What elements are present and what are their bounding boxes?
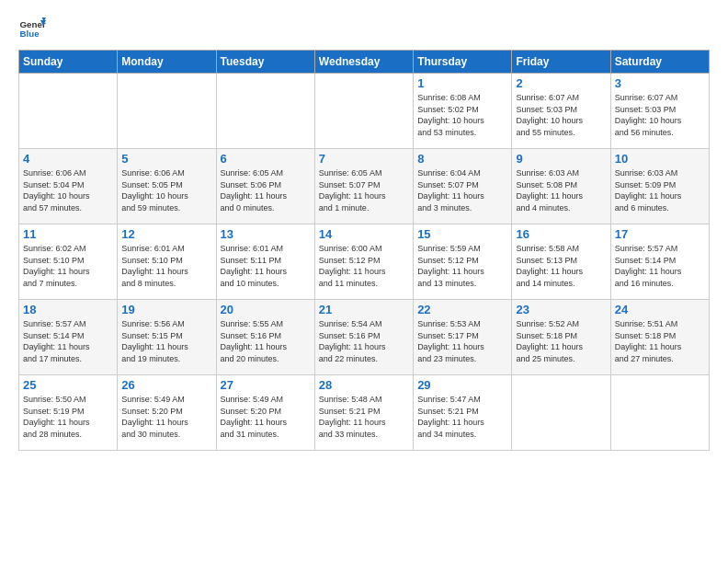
day-info: Sunrise: 6:08 AM Sunset: 5:02 PM Dayligh… bbox=[417, 92, 507, 138]
day-info: Sunrise: 6:00 AM Sunset: 5:12 PM Dayligh… bbox=[319, 243, 409, 289]
day-info: Sunrise: 5:53 AM Sunset: 5:17 PM Dayligh… bbox=[417, 318, 507, 364]
calendar-cell: 21Sunrise: 5:54 AM Sunset: 5:16 PM Dayli… bbox=[314, 300, 413, 375]
calendar-cell: 24Sunrise: 5:51 AM Sunset: 5:18 PM Dayli… bbox=[610, 300, 709, 375]
day-number: 28 bbox=[319, 378, 409, 392]
weekday-header: Sunday bbox=[19, 51, 118, 74]
calendar-cell bbox=[512, 375, 610, 451]
calendar-cell: 20Sunrise: 5:55 AM Sunset: 5:16 PM Dayli… bbox=[216, 300, 314, 375]
calendar-cell: 25Sunrise: 5:50 AM Sunset: 5:19 PM Dayli… bbox=[19, 375, 118, 451]
day-number: 9 bbox=[516, 152, 606, 166]
day-info: Sunrise: 5:49 AM Sunset: 5:20 PM Dayligh… bbox=[221, 394, 311, 440]
day-info: Sunrise: 5:57 AM Sunset: 5:14 PM Dayligh… bbox=[615, 243, 705, 289]
day-number: 8 bbox=[417, 152, 507, 166]
calendar-cell: 15Sunrise: 5:59 AM Sunset: 5:12 PM Dayli… bbox=[414, 224, 512, 300]
day-number: 25 bbox=[23, 378, 113, 392]
day-info: Sunrise: 5:55 AM Sunset: 5:16 PM Dayligh… bbox=[221, 318, 311, 364]
day-number: 12 bbox=[121, 227, 211, 241]
calendar-cell: 3Sunrise: 6:07 AM Sunset: 5:03 PM Daylig… bbox=[610, 74, 709, 149]
calendar-cell: 13Sunrise: 6:01 AM Sunset: 5:11 PM Dayli… bbox=[216, 224, 314, 300]
weekday-header: Tuesday bbox=[216, 51, 314, 74]
calendar-cell: 11Sunrise: 6:02 AM Sunset: 5:10 PM Dayli… bbox=[19, 224, 118, 300]
weekday-header: Saturday bbox=[610, 51, 709, 74]
calendar-cell: 5Sunrise: 6:06 AM Sunset: 5:05 PM Daylig… bbox=[118, 149, 216, 224]
day-info: Sunrise: 6:07 AM Sunset: 5:03 PM Dayligh… bbox=[516, 92, 606, 138]
calendar-cell: 27Sunrise: 5:49 AM Sunset: 5:20 PM Dayli… bbox=[216, 375, 314, 451]
calendar-cell: 26Sunrise: 5:49 AM Sunset: 5:20 PM Dayli… bbox=[118, 375, 216, 451]
calendar-header-row: SundayMondayTuesdayWednesdayThursdayFrid… bbox=[19, 51, 710, 74]
day-number: 13 bbox=[221, 227, 311, 241]
day-info: Sunrise: 5:51 AM Sunset: 5:18 PM Dayligh… bbox=[615, 318, 705, 364]
day-number: 3 bbox=[615, 76, 705, 90]
calendar-cell: 10Sunrise: 6:03 AM Sunset: 5:09 PM Dayli… bbox=[610, 149, 709, 224]
day-info: Sunrise: 6:06 AM Sunset: 5:05 PM Dayligh… bbox=[121, 167, 211, 213]
day-info: Sunrise: 6:06 AM Sunset: 5:04 PM Dayligh… bbox=[23, 167, 113, 213]
svg-text:Blue: Blue bbox=[20, 29, 40, 39]
calendar-cell bbox=[314, 74, 413, 149]
day-info: Sunrise: 5:48 AM Sunset: 5:21 PM Dayligh… bbox=[319, 394, 409, 440]
day-number: 4 bbox=[23, 152, 113, 166]
day-number: 24 bbox=[615, 303, 705, 316]
logo-icon: General Blue bbox=[18, 15, 46, 42]
day-number: 6 bbox=[221, 152, 311, 166]
day-number: 22 bbox=[417, 303, 507, 316]
calendar-table: SundayMondayTuesdayWednesdayThursdayFrid… bbox=[18, 50, 710, 451]
weekday-header: Thursday bbox=[414, 51, 512, 74]
day-info: Sunrise: 5:54 AM Sunset: 5:16 PM Dayligh… bbox=[319, 318, 409, 364]
calendar-cell: 17Sunrise: 5:57 AM Sunset: 5:14 PM Dayli… bbox=[610, 224, 709, 300]
calendar-cell: 12Sunrise: 6:01 AM Sunset: 5:10 PM Dayli… bbox=[118, 224, 216, 300]
day-info: Sunrise: 6:05 AM Sunset: 5:07 PM Dayligh… bbox=[319, 167, 409, 213]
day-number: 23 bbox=[516, 303, 606, 316]
calendar-cell bbox=[118, 74, 216, 149]
calendar-cell: 29Sunrise: 5:47 AM Sunset: 5:21 PM Dayli… bbox=[414, 375, 512, 451]
day-number: 5 bbox=[121, 152, 211, 166]
day-info: Sunrise: 5:47 AM Sunset: 5:21 PM Dayligh… bbox=[417, 394, 507, 440]
calendar-cell: 7Sunrise: 6:05 AM Sunset: 5:07 PM Daylig… bbox=[314, 149, 413, 224]
calendar-cell: 8Sunrise: 6:04 AM Sunset: 5:07 PM Daylig… bbox=[414, 149, 512, 224]
day-info: Sunrise: 6:07 AM Sunset: 5:03 PM Dayligh… bbox=[615, 92, 705, 138]
logo: General Blue bbox=[18, 15, 50, 42]
calendar-cell: 4Sunrise: 6:06 AM Sunset: 5:04 PM Daylig… bbox=[19, 149, 118, 224]
calendar-week-row: 4Sunrise: 6:06 AM Sunset: 5:04 PM Daylig… bbox=[19, 149, 710, 224]
day-number: 18 bbox=[23, 303, 113, 316]
day-number: 1 bbox=[417, 76, 507, 90]
calendar-week-row: 25Sunrise: 5:50 AM Sunset: 5:19 PM Dayli… bbox=[19, 375, 710, 451]
calendar-cell: 6Sunrise: 6:05 AM Sunset: 5:06 PM Daylig… bbox=[216, 149, 314, 224]
day-info: Sunrise: 6:02 AM Sunset: 5:10 PM Dayligh… bbox=[23, 243, 113, 289]
calendar-cell bbox=[216, 74, 314, 149]
day-number: 17 bbox=[615, 227, 705, 241]
day-number: 2 bbox=[516, 76, 606, 90]
day-info: Sunrise: 5:49 AM Sunset: 5:20 PM Dayligh… bbox=[121, 394, 211, 440]
day-number: 27 bbox=[221, 378, 311, 392]
weekday-header: Friday bbox=[512, 51, 610, 74]
day-info: Sunrise: 5:58 AM Sunset: 5:13 PM Dayligh… bbox=[516, 243, 606, 289]
day-info: Sunrise: 5:59 AM Sunset: 5:12 PM Dayligh… bbox=[417, 243, 507, 289]
day-number: 29 bbox=[417, 378, 507, 392]
page-header: General Blue bbox=[18, 15, 710, 42]
day-info: Sunrise: 5:57 AM Sunset: 5:14 PM Dayligh… bbox=[23, 318, 113, 364]
day-number: 14 bbox=[319, 227, 409, 241]
day-info: Sunrise: 5:56 AM Sunset: 5:15 PM Dayligh… bbox=[121, 318, 211, 364]
calendar-cell: 22Sunrise: 5:53 AM Sunset: 5:17 PM Dayli… bbox=[414, 300, 512, 375]
calendar-cell: 16Sunrise: 5:58 AM Sunset: 5:13 PM Dayli… bbox=[512, 224, 610, 300]
calendar-cell: 1Sunrise: 6:08 AM Sunset: 5:02 PM Daylig… bbox=[414, 74, 512, 149]
day-number: 20 bbox=[221, 303, 311, 316]
calendar-week-row: 1Sunrise: 6:08 AM Sunset: 5:02 PM Daylig… bbox=[19, 74, 710, 149]
day-number: 26 bbox=[121, 378, 211, 392]
day-number: 21 bbox=[319, 303, 409, 316]
day-number: 10 bbox=[615, 152, 705, 166]
calendar-cell: 18Sunrise: 5:57 AM Sunset: 5:14 PM Dayli… bbox=[19, 300, 118, 375]
calendar-cell: 23Sunrise: 5:52 AM Sunset: 5:18 PM Dayli… bbox=[512, 300, 610, 375]
calendar-week-row: 11Sunrise: 6:02 AM Sunset: 5:10 PM Dayli… bbox=[19, 224, 710, 300]
calendar-cell: 19Sunrise: 5:56 AM Sunset: 5:15 PM Dayli… bbox=[118, 300, 216, 375]
day-number: 16 bbox=[516, 227, 606, 241]
day-info: Sunrise: 6:03 AM Sunset: 5:08 PM Dayligh… bbox=[516, 167, 606, 213]
calendar-cell: 14Sunrise: 6:00 AM Sunset: 5:12 PM Dayli… bbox=[314, 224, 413, 300]
weekday-header: Wednesday bbox=[314, 51, 413, 74]
day-number: 7 bbox=[319, 152, 409, 166]
day-info: Sunrise: 5:50 AM Sunset: 5:19 PM Dayligh… bbox=[23, 394, 113, 440]
day-info: Sunrise: 6:03 AM Sunset: 5:09 PM Dayligh… bbox=[615, 167, 705, 213]
day-number: 19 bbox=[121, 303, 211, 316]
day-info: Sunrise: 6:01 AM Sunset: 5:11 PM Dayligh… bbox=[221, 243, 311, 289]
day-number: 15 bbox=[417, 227, 507, 241]
day-info: Sunrise: 6:04 AM Sunset: 5:07 PM Dayligh… bbox=[417, 167, 507, 213]
